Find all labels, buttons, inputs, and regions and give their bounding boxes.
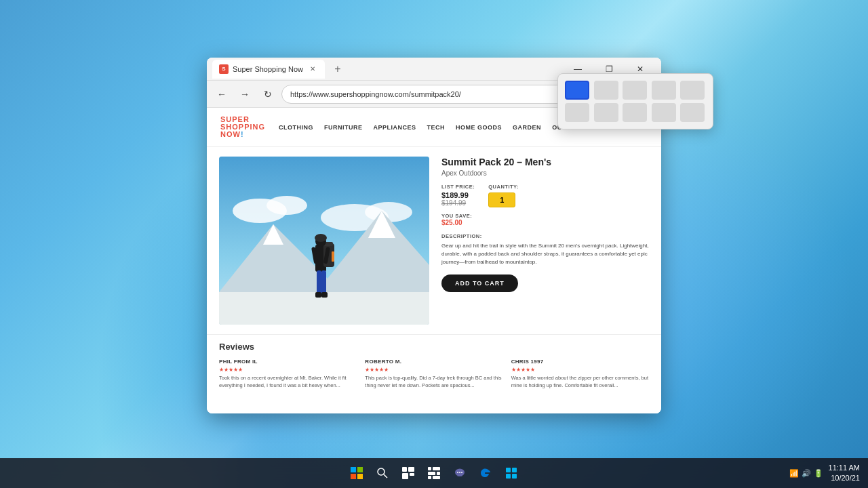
reviewer-name: PHIL FROM IL: [219, 359, 357, 365]
svg-rect-33: [428, 472, 435, 475]
svg-rect-30: [410, 473, 414, 476]
tab-grid: [565, 81, 706, 122]
price-section: LIST PRICE: $189.99 $194.99: [441, 184, 475, 207]
volume-icon: 🔊: [802, 469, 811, 478]
nav-home-goods[interactable]: HOME GOODS: [456, 124, 502, 131]
svg-rect-31: [428, 467, 431, 470]
tab-thumb-3[interactable]: [623, 81, 647, 100]
refresh-button[interactable]: ↻: [258, 85, 277, 104]
svg-rect-27: [402, 467, 407, 472]
add-to-cart-button[interactable]: ADD TO CART: [441, 274, 518, 292]
reviews-grid: PHIL FROM IL ★★★★★ Took this on a recent…: [219, 359, 649, 389]
taskbar: 📶 🔊 🔋 11:11 AM 10/20/21: [0, 458, 868, 488]
svg-line-26: [384, 474, 387, 478]
tab-thumb-4[interactable]: [652, 81, 676, 100]
product-brand: Apex Outdoors: [441, 169, 649, 177]
svg-rect-42: [512, 468, 517, 472]
svg-rect-32: [433, 467, 440, 470]
browser-content: SUPER SHOPPING NOW! CLOTHING FURNITURE A…: [207, 108, 661, 413]
clock[interactable]: 11:11 AM 10/20/21: [829, 463, 860, 484]
taskbar-right: 📶 🔊 🔋 11:11 AM 10/20/21: [789, 463, 860, 484]
svg-rect-24: [357, 474, 363, 479]
product-title: Summit Pack 20 – Men's: [441, 157, 649, 167]
logo-exclaim: !: [241, 130, 244, 138]
tab-thumb-7[interactable]: [594, 103, 618, 122]
nav-clothing[interactable]: CLOTHING: [279, 124, 313, 131]
review-text: Took this on a recent overnighter at Mt.…: [219, 375, 357, 389]
reviews-title: Reviews: [219, 342, 649, 352]
review-item: ROBERTO M. ★★★★★ This pack is top-qualit…: [365, 359, 502, 389]
site-nav: CLOTHING FURNITURE APPLIANCES TECH HOME …: [279, 124, 586, 131]
taskbar-icons: [346, 462, 522, 484]
reviewer-stars: ★★★★★: [365, 367, 502, 373]
quantity-input[interactable]: 1: [488, 192, 515, 207]
store-button[interactable]: [500, 462, 522, 484]
tab-thumb-9[interactable]: [652, 103, 676, 122]
price-current: $189.99: [441, 191, 475, 199]
tab-thumb-1[interactable]: [565, 81, 589, 100]
svg-rect-22: [357, 467, 363, 472]
new-tab-button[interactable]: +: [329, 60, 347, 78]
network-icon: 📶: [789, 469, 799, 478]
time-display: 11:11 AM: [829, 463, 860, 473]
svg-point-39: [459, 472, 460, 473]
svg-rect-17: [317, 270, 321, 294]
browser-tab[interactable]: S Super Shopping Now ✕: [212, 60, 325, 79]
reviewer-name: ROBERTO M.: [365, 359, 502, 365]
edge-button[interactable]: [475, 462, 496, 484]
svg-point-38: [457, 472, 458, 473]
description-section: DESCRIPTION: Gear up and hit the trail i…: [441, 233, 649, 266]
nav-garden[interactable]: GARDEN: [513, 124, 541, 131]
tab-thumb-8[interactable]: [623, 103, 647, 122]
svg-rect-21: [351, 467, 356, 472]
back-button[interactable]: ←: [212, 85, 231, 104]
website: SUPER SHOPPING NOW! CLOTHING FURNITURE A…: [207, 108, 661, 413]
chat-button[interactable]: [449, 462, 471, 484]
svg-rect-44: [512, 474, 517, 479]
product-image: [219, 157, 429, 325]
tab-thumb-5[interactable]: [680, 81, 705, 100]
taskview-button[interactable]: [397, 462, 419, 484]
battery-icon: 🔋: [814, 469, 823, 478]
svg-rect-19: [315, 292, 321, 298]
savings-label: YOU SAVE:: [441, 213, 649, 219]
review-text: Was a little worried about the zipper pe…: [511, 375, 649, 389]
start-button[interactable]: [346, 462, 368, 484]
forward-button[interactable]: →: [235, 85, 254, 104]
svg-rect-41: [506, 468, 511, 472]
price-original: $194.99: [441, 199, 475, 207]
svg-point-40: [461, 472, 462, 473]
description-text: Gear up and hit the trail in style with …: [441, 242, 649, 266]
date-display: 10/20/21: [829, 473, 860, 483]
svg-rect-28: [408, 467, 414, 472]
svg-point-2: [267, 196, 307, 215]
review-item: PHIL FROM IL ★★★★★ Took this on a recent…: [219, 359, 357, 389]
logo-line3: NOW!: [220, 131, 265, 138]
tab-thumb-10[interactable]: [680, 103, 705, 122]
price-quantity-row: LIST PRICE: $189.99 $194.99 QUANTITY: 1: [441, 184, 649, 207]
savings-section: YOU SAVE: $25.00: [441, 213, 649, 226]
svg-rect-34: [437, 472, 440, 475]
nav-tech[interactable]: TECH: [427, 124, 446, 131]
tab-thumb-2[interactable]: [594, 81, 618, 100]
svg-point-25: [378, 468, 384, 475]
tab-picker: [557, 73, 713, 129]
svg-rect-23: [351, 474, 356, 479]
search-taskbar-button[interactable]: [372, 462, 393, 484]
price-label: LIST PRICE:: [441, 184, 475, 190]
nav-appliances[interactable]: APPLIANCES: [374, 124, 416, 131]
product-details: Summit Pack 20 – Men's Apex Outdoors LIS…: [441, 157, 649, 325]
tab-title: Super Shopping Now: [233, 65, 303, 73]
quantity-section: QUANTITY: 1: [488, 184, 519, 207]
nav-furniture[interactable]: FURNITURE: [324, 124, 363, 131]
tab-close-button[interactable]: ✕: [307, 64, 318, 75]
tab-favicon: S: [219, 64, 229, 74]
svg-rect-35: [428, 476, 431, 479]
svg-rect-29: [402, 473, 408, 479]
reviews-section: Reviews PHIL FROM IL ★★★★★ Took this on …: [207, 334, 661, 396]
widgets-button[interactable]: [423, 462, 445, 484]
review-item: CHRIS 1997 ★★★★★ Was a little worried ab…: [511, 359, 649, 389]
tab-thumb-6[interactable]: [565, 103, 589, 122]
quantity-label: QUANTITY:: [488, 184, 519, 190]
reviewer-stars: ★★★★★: [219, 367, 357, 373]
